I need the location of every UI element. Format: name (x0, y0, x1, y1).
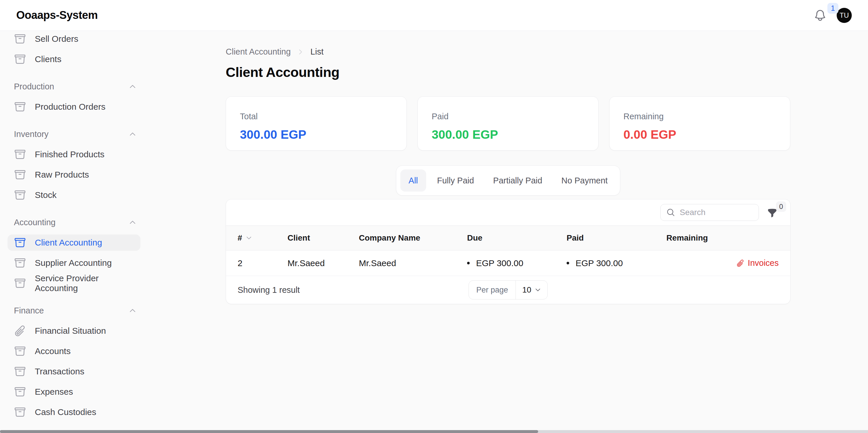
table-card: 0 # Client Company Name Due Paid Remaini… (226, 199, 790, 304)
sidebar-item-label: Accounts (35, 346, 70, 356)
sidebar-item-label: Client Accounting (35, 238, 102, 248)
result-summary: Showing 1 result (238, 285, 300, 295)
main-content: Client Accounting List Client Accounting… (148, 31, 868, 433)
archive-box-icon (14, 345, 26, 357)
breadcrumb-parent[interactable]: Client Accounting (226, 47, 291, 57)
avatar[interactable]: TU (837, 8, 852, 23)
column-header-client[interactable]: Client (287, 233, 359, 243)
cell-due: EGP 300.00 (467, 258, 566, 268)
sidebar-item-service-provider-accounting[interactable]: Service Provider Accounting (7, 275, 141, 291)
filter-count-badge: 0 (776, 202, 786, 212)
archive-box-icon (14, 101, 26, 113)
sidebar-item-label: Finished Products (35, 150, 104, 159)
sidebar-item-accounts[interactable]: Accounts (7, 343, 141, 359)
chevron-up-icon[interactable] (129, 219, 136, 226)
filter-tabs: All Fully Paid Partially Paid No Payment (396, 165, 620, 195)
archive-box-icon (14, 406, 26, 418)
archive-box-icon (14, 189, 26, 201)
sidebar-item-financial-situation[interactable]: Financial Situation (7, 323, 141, 339)
chevron-right-icon (297, 49, 304, 56)
sidebar-item-supplier-accounting[interactable]: Supplier Accounting (7, 255, 141, 271)
sidebar-section-production[interactable]: Production (7, 79, 141, 95)
tab-all[interactable]: All (400, 169, 426, 191)
column-header-id[interactable]: # (238, 233, 287, 243)
chevron-down-icon (535, 287, 541, 293)
sidebar-section-inventory[interactable]: Inventory (7, 126, 141, 142)
stat-card-paid: Paid 300.00 EGP (417, 96, 598, 151)
scrollbar-thumb[interactable] (0, 430, 538, 433)
archive-box-icon (14, 53, 26, 65)
chevron-up-icon[interactable] (129, 130, 136, 138)
cell-company: Mr.Saeed (359, 258, 467, 268)
stat-value: 300.00 EGP (240, 128, 393, 142)
column-header-company-name[interactable]: Company Name (359, 233, 467, 243)
stat-card-remaining: Remaining 0.00 EGP (609, 96, 790, 151)
filter-button[interactable]: 0 (767, 207, 777, 218)
sidebar-item-label: Clients (35, 54, 62, 64)
sidebar-item-cash-custodies[interactable]: Cash Custodies (7, 404, 141, 420)
table-row[interactable]: 2 Mr.Saeed Mr.Saeed EGP 300.00 EGP 300.0… (226, 250, 790, 276)
sidebar-item-finished-products[interactable]: Finished Products (7, 146, 141, 162)
sidebar-item-production-orders[interactable]: Production Orders (7, 99, 141, 115)
sidebar-item-raw-products[interactable]: Raw Products (7, 166, 141, 183)
chevron-up-icon[interactable] (129, 307, 136, 314)
search-box (660, 204, 759, 221)
tab-no-payment[interactable]: No Payment (553, 169, 616, 191)
breadcrumb-current: List (310, 47, 323, 57)
per-page-label: Per page (469, 281, 516, 299)
sidebar-item-label: Sell Orders (35, 34, 78, 44)
sidebar-section-label: Accounting (14, 218, 56, 227)
sidebar-item-expenses[interactable]: Expenses (7, 384, 141, 400)
sidebar-item-label: Raw Products (35, 170, 89, 180)
notifications-button[interactable]: 1 (813, 9, 827, 22)
stat-card-total: Total 300.00 EGP (226, 96, 407, 151)
sidebar-item-client-accounting[interactable]: Client Accounting (7, 235, 141, 251)
bell-icon (813, 9, 827, 22)
sidebar-item-label: Stock (35, 190, 57, 200)
tab-fully-paid[interactable]: Fully Paid (429, 169, 482, 191)
sidebar-item-clients[interactable]: Clients (7, 51, 141, 67)
archive-box-icon (14, 257, 26, 269)
sidebar-item-sell-orders[interactable]: Sell Orders (7, 31, 141, 47)
column-header-due[interactable]: Due (467, 233, 566, 243)
column-header-paid[interactable]: Paid (566, 233, 666, 243)
archive-box-icon (14, 277, 26, 289)
per-page-select[interactable]: 10 (516, 281, 548, 299)
sidebar-item-label: Supplier Accounting (35, 258, 112, 268)
sidebar-item-label: Cash Custodies (35, 407, 96, 417)
bullet-dot (467, 262, 470, 265)
sidebar-item-transactions[interactable]: Transactions (7, 363, 141, 380)
per-page-control: Per page 10 (468, 280, 548, 300)
stat-label: Paid (432, 112, 584, 121)
archive-box-icon (14, 365, 26, 377)
sidebar-item-stock[interactable]: Stock (7, 187, 141, 203)
archive-box-icon (14, 386, 26, 398)
archive-box-icon (14, 148, 26, 160)
chevron-up-icon[interactable] (129, 83, 136, 90)
archive-box-icon (14, 237, 26, 249)
invoices-link[interactable]: Invoices (736, 258, 779, 268)
paperclip-icon (736, 259, 744, 267)
app-title: Ooaaps-System (16, 9, 98, 22)
sidebar-section-accounting[interactable]: Accounting (7, 214, 141, 230)
table-header-row: # Client Company Name Due Paid Remaining (226, 225, 790, 250)
horizontal-scrollbar[interactable] (0, 430, 868, 433)
notification-count-badge: 1 (827, 3, 838, 13)
stat-label: Total (240, 112, 393, 121)
sidebar-section-finance[interactable]: Finance (7, 302, 141, 319)
tab-partially-paid[interactable]: Partially Paid (485, 169, 550, 191)
archive-box-icon (14, 168, 26, 181)
paperclip-icon (14, 325, 26, 337)
page-title: Client Accounting (226, 64, 790, 80)
stats-row: Total 300.00 EGP Paid 300.00 EGP Remaini… (226, 96, 790, 151)
sidebar-item-label: Expenses (35, 387, 73, 397)
sidebar-item-label: Production Orders (35, 102, 105, 112)
chevron-down-icon (246, 235, 252, 241)
column-header-remaining[interactable]: Remaining (666, 233, 712, 243)
sidebar-section-label: Finance (14, 306, 44, 315)
sidebar-item-label: Service Provider Accounting (35, 273, 141, 293)
topbar-actions: 1 TU (813, 8, 852, 23)
stat-label: Remaining (623, 112, 776, 121)
search-input[interactable] (680, 208, 753, 217)
breadcrumb: Client Accounting List (226, 47, 790, 57)
